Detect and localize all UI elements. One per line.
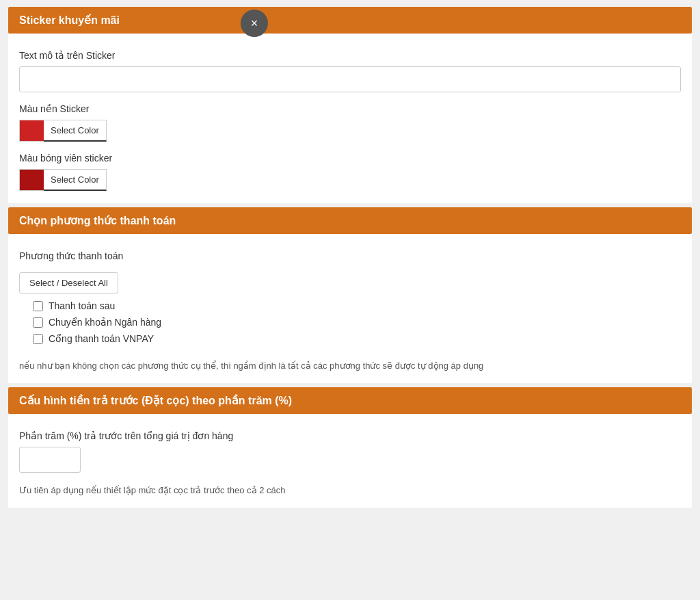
close-button[interactable]: × bbox=[241, 10, 268, 37]
select-deselect-button[interactable]: Select / Deselect All bbox=[19, 272, 118, 294]
page-wrapper: × Sticker khuyến mãi Text mô tả trên Sti… bbox=[8, 7, 692, 593]
sticker-section-body: Text mô tả trên Sticker Màu nền Sticker … bbox=[8, 34, 692, 203]
payment-section-body: Phương thức thanh toán Select / Deselect… bbox=[8, 234, 692, 383]
border-color-swatch[interactable] bbox=[19, 169, 44, 191]
bg-color-select-button[interactable]: Select Color bbox=[44, 120, 107, 142]
checkbox-payment-1[interactable] bbox=[33, 301, 43, 311]
payment-option-2[interactable]: Chuyển khoản Ngân hàng bbox=[33, 317, 681, 328]
deposit-section-body: Phần trăm (%) trả trước trên tổng giá tr… bbox=[8, 414, 692, 508]
sticker-section-header: Sticker khuyến mãi bbox=[8, 7, 692, 34]
payment-section: Chọn phương thức thanh toán Phương thức … bbox=[8, 207, 692, 383]
close-icon: × bbox=[251, 16, 258, 31]
border-color-picker-row: Select Color bbox=[19, 169, 681, 191]
sticker-text-input[interactable] bbox=[19, 66, 681, 92]
payment-option-3-label: Cổng thanh toán VNPAY bbox=[49, 333, 154, 344]
deposit-percent-input[interactable] bbox=[19, 447, 81, 473]
deposit-section-header: Cấu hình tiền trả trước (Đặt cọc) theo p… bbox=[8, 387, 692, 414]
bg-color-swatch[interactable] bbox=[19, 120, 44, 142]
payment-section-header: Chọn phương thức thanh toán bbox=[8, 207, 692, 234]
deposit-percent-label: Phần trăm (%) trả trước trên tổng giá tr… bbox=[19, 430, 681, 441]
payment-info-text: nếu như bạn không chọn các phương thức c… bbox=[19, 354, 681, 374]
payment-method-label: Phương thức thanh toán bbox=[19, 250, 681, 261]
border-color-label: Màu bóng viên sticker bbox=[19, 153, 681, 164]
bg-color-label: Màu nền Sticker bbox=[19, 103, 681, 114]
sticker-section: Sticker khuyến mãi Text mô tả trên Stick… bbox=[8, 7, 692, 203]
checkbox-payment-2[interactable] bbox=[33, 317, 43, 328]
payment-option-1[interactable]: Thanh toán sau bbox=[33, 300, 681, 311]
text-label: Text mô tả trên Sticker bbox=[19, 50, 681, 61]
payment-option-1-label: Thanh toán sau bbox=[49, 300, 115, 311]
checkbox-payment-3[interactable] bbox=[33, 334, 43, 344]
payment-option-2-label: Chuyển khoản Ngân hàng bbox=[49, 317, 161, 328]
deposit-info-text: Ưu tiên áp dụng nếu thiết lập mức đặt cọ… bbox=[19, 478, 681, 498]
payment-option-3[interactable]: Cổng thanh toán VNPAY bbox=[33, 333, 681, 344]
border-color-select-button[interactable]: Select Color bbox=[44, 169, 107, 191]
bg-color-picker-row: Select Color bbox=[19, 120, 681, 142]
payment-options-list: Thanh toán sau Chuyển khoản Ngân hàng Cổ… bbox=[19, 300, 681, 344]
deposit-section: Cấu hình tiền trả trước (Đặt cọc) theo p… bbox=[8, 387, 692, 508]
